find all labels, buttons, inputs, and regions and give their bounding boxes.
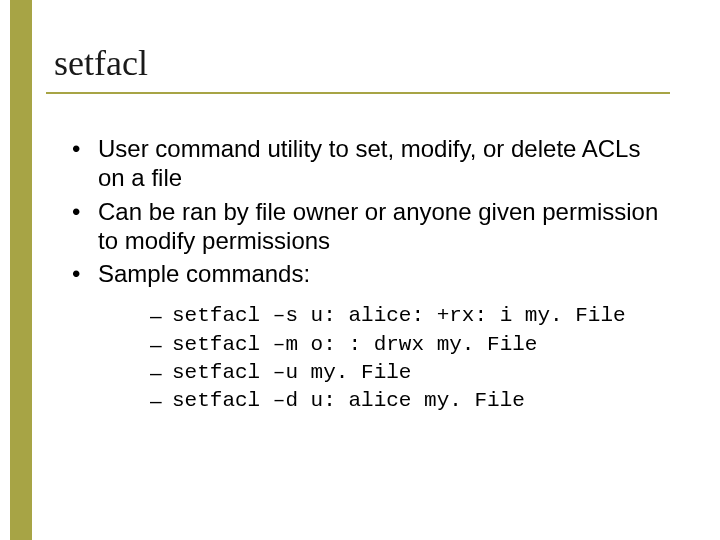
command-item: setfacl –s u: alice: +rx: i my. File <box>150 302 672 330</box>
command-text: setfacl –s u: alice: +rx: i my. File <box>172 304 626 327</box>
bullet-text: User command utility to set, modify, or … <box>98 135 640 191</box>
command-item: setfacl –d u: alice my. File <box>150 387 672 415</box>
bullet-item: Can be ran by file owner or anyone given… <box>72 197 672 256</box>
command-text: setfacl –d u: alice my. File <box>172 389 525 412</box>
command-item: setfacl –u my. File <box>150 359 672 387</box>
accent-bar <box>10 0 32 540</box>
command-text: setfacl –u my. File <box>172 361 411 384</box>
command-item: setfacl –m o: : drwx my. File <box>150 331 672 359</box>
bullet-text: Can be ran by file owner or anyone given… <box>98 198 658 254</box>
bullet-text: Sample commands: <box>98 260 310 287</box>
title-underline <box>46 92 670 94</box>
bullet-item: User command utility to set, modify, or … <box>72 134 672 193</box>
slide-body: User command utility to set, modify, or … <box>72 134 672 420</box>
command-list: setfacl –s u: alice: +rx: i my. File set… <box>98 302 672 415</box>
slide: setfacl User command utility to set, mod… <box>0 0 720 540</box>
bullet-item: Sample commands: setfacl –s u: alice: +r… <box>72 259 672 416</box>
command-text: setfacl –m o: : drwx my. File <box>172 333 537 356</box>
bullet-list: User command utility to set, modify, or … <box>72 134 672 416</box>
slide-title: setfacl <box>54 42 148 84</box>
